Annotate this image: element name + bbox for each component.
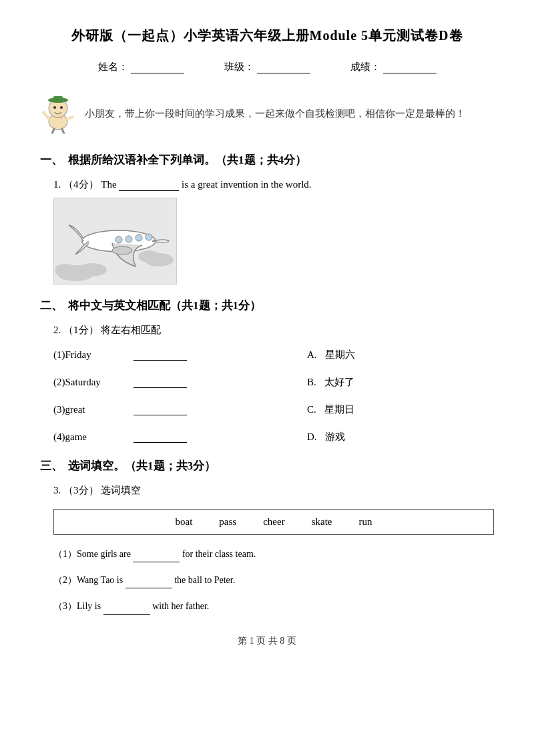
section-one-header: 一、 根据所给汉语补全下列单词。（共1题；共4分） — [40, 152, 494, 168]
fill-blank-2 — [125, 578, 172, 588]
match-row-3: (3)great C. 星期日 — [53, 403, 494, 416]
match-row-4: (4)game D. 游戏 — [53, 431, 494, 443]
question-1-block: 1. （4分） The is a great invention in the … — [53, 178, 494, 285]
fill-q3-id: （3）Lily is — [53, 601, 103, 611]
word-2: pass — [219, 516, 236, 528]
class-label: 班级： — [224, 61, 254, 73]
q3-intro-text: 选词填空 — [101, 485, 141, 496]
match-blank-3 — [134, 405, 187, 415]
section-two: 二、 将中文与英文相匹配（共1题；共1分） 2. （1分） 将左右相匹配 (1)… — [40, 298, 494, 443]
q1-text-after: is a great invention in the world. — [182, 179, 312, 190]
svg-line-7 — [67, 117, 73, 119]
score-label: 成绩： — [350, 61, 380, 73]
section-two-title: 将中文与英文相匹配（共1题；共1分） — [68, 298, 261, 313]
svg-point-18 — [136, 234, 142, 241]
fill-q3: （3）Lily is with her father. — [53, 598, 494, 614]
q1-text-before: The — [101, 179, 119, 190]
q3-intro: 3. （3分） 选词填空 — [53, 484, 494, 497]
fill-q3-after: with her father. — [152, 601, 209, 611]
question-3-block: 3. （3分） 选词填空 boat pass cheer skate run （… — [53, 484, 494, 615]
match-blank-2 — [134, 377, 187, 388]
fill-q2-id: （2）Wang Tao is — [53, 575, 125, 585]
fill-blank-1 — [133, 552, 180, 562]
section-three-title: 选词填空。（共1题；共3分） — [68, 458, 216, 474]
word-bank: boat pass cheer skate run — [53, 509, 494, 535]
q2-num: 2. — [53, 325, 61, 335]
fill-blank-3 — [103, 604, 150, 615]
section-two-num: 二、 — [40, 298, 63, 313]
word-3: cheer — [263, 516, 284, 528]
svg-point-15 — [138, 250, 160, 262]
q3-score: （3分） — [63, 485, 99, 496]
svg-line-6 — [43, 112, 49, 119]
svg-line-8 — [52, 129, 54, 134]
q2-score: （1分） — [63, 325, 99, 335]
mascot-row: 小朋友，带上你一段时间的学习成果，一起来做个自我检测吧，相信你一定是最棒的！ — [40, 93, 494, 134]
match-text-b: 太好了 — [324, 376, 354, 389]
match-blank-4 — [134, 432, 187, 443]
section-one: 一、 根据所给汉语补全下列单词。（共1题；共4分） 1. （4分） The is… — [40, 152, 494, 285]
match-letter-a: A. — [307, 349, 317, 361]
svg-point-4 — [53, 106, 56, 109]
match-letter-c: C. — [307, 404, 316, 415]
svg-point-20 — [115, 236, 122, 243]
match-text-d: 游戏 — [325, 431, 345, 443]
match-letter-d: D. — [307, 431, 317, 443]
word-5: run — [358, 516, 372, 528]
match-left-3: (3)great — [53, 404, 134, 415]
score-input — [383, 61, 437, 73]
match-right-3: C. 星期日 — [307, 403, 354, 416]
info-row: 姓名： 班级： 成绩： — [40, 61, 494, 73]
section-three: 三、 选词填空。（共1题；共3分） 3. （3分） 选词填空 boat pass… — [40, 458, 494, 615]
match-left-2: (2)Saturday — [53, 377, 134, 388]
name-input — [131, 61, 184, 73]
svg-point-5 — [60, 106, 63, 109]
section-one-title: 根据所给汉语补全下列单词。（共1题；共4分） — [68, 152, 306, 168]
fill-q2: （2）Wang Tao is the ball to Peter. — [53, 572, 494, 588]
match-right-1: A. 星期六 — [307, 349, 355, 361]
question-1-line: 1. （4分） The is a great invention in the … — [53, 178, 494, 191]
q1-score: （4分） — [63, 179, 99, 190]
q2-intro: 2. （1分） 将左右相匹配 — [53, 324, 494, 337]
svg-point-21 — [112, 246, 132, 254]
match-left-4: (4)game — [53, 431, 134, 443]
section-three-num: 三、 — [40, 458, 63, 474]
class-field: 班级： — [224, 61, 310, 73]
fill-q1-after: for their class team. — [182, 549, 256, 559]
q1-num: 1. — [53, 179, 61, 190]
question-2-block: 2. （1分） 将左右相匹配 (1)Friday A. 星期六 (2)Satur… — [53, 324, 494, 443]
word-1: boat — [176, 516, 193, 528]
match-right-2: B. 太好了 — [307, 376, 354, 389]
match-text-c: 星期日 — [324, 403, 354, 416]
match-left-1: (1)Friday — [53, 349, 134, 361]
mascot-text: 小朋友，带上你一段时间的学习成果，一起来做个自我检测吧，相信你一定是最棒的！ — [85, 108, 465, 120]
section-two-header: 二、 将中文与英文相匹配（共1题；共1分） — [40, 298, 494, 313]
name-label: 姓名： — [98, 61, 128, 73]
match-right-4: D. 游戏 — [307, 431, 345, 443]
q3-num: 3. — [53, 485, 61, 496]
svg-point-17 — [125, 236, 132, 242]
page-title: 外研版（一起点）小学英语六年级上册Module 5单元测试卷D卷 — [40, 27, 494, 45]
word-4: skate — [312, 516, 332, 528]
airplane-illustration — [53, 198, 177, 285]
fill-q2-after: the ball to Peter. — [174, 575, 235, 585]
match-row-2: (2)Saturday B. 太好了 — [53, 376, 494, 389]
mascot-icon — [40, 93, 77, 134]
section-one-num: 一、 — [40, 152, 63, 168]
svg-point-19 — [146, 234, 152, 240]
match-row-1: (1)Friday A. 星期六 — [53, 349, 494, 361]
svg-point-12 — [77, 263, 107, 276]
fill-q1: （1）Some girls are for their class team. — [53, 546, 494, 562]
match-blank-1 — [134, 350, 187, 361]
svg-rect-3 — [53, 96, 63, 102]
svg-line-9 — [62, 129, 64, 134]
class-input — [257, 61, 310, 73]
match-letter-b: B. — [307, 377, 316, 388]
section-three-header: 三、 选词填空。（共1题；共3分） — [40, 458, 494, 474]
match-text-a: 星期六 — [325, 349, 355, 361]
q2-intro-text: 将左右相匹配 — [101, 325, 161, 335]
score-field: 成绩： — [350, 61, 437, 73]
name-field: 姓名： — [98, 61, 184, 73]
page-footer: 第 1 页 共 8 页 — [40, 635, 494, 647]
q1-blank — [119, 180, 179, 191]
